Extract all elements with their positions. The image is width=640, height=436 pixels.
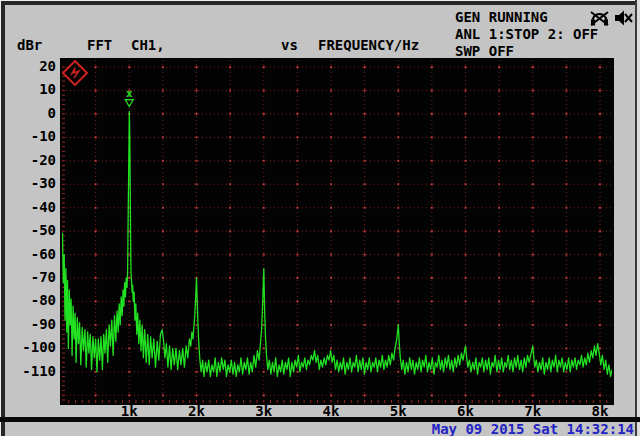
grid-intersection-dot — [296, 347, 298, 349]
grid-intersection-dot — [229, 277, 231, 279]
grid-intersection-dot — [229, 89, 231, 91]
grid-intersection-dot — [196, 230, 198, 232]
grid-intersection-dot — [397, 371, 399, 373]
grid-intersection-dot — [532, 277, 534, 279]
grid-intersection-dot — [498, 89, 500, 91]
grid-intersection-dot — [364, 300, 366, 302]
y-tick-label: 0 — [0, 105, 56, 121]
grid-intersection-dot — [330, 254, 332, 256]
grid-intersection-dot — [532, 230, 534, 232]
grid-intersection-dot — [532, 254, 534, 256]
function-label: FFT — [87, 38, 112, 53]
grid-intersection-dot — [296, 136, 298, 138]
grid-intersection-dot — [263, 207, 265, 209]
grid-intersection-dot — [229, 160, 231, 162]
grid-intersection-dot — [599, 66, 601, 68]
grid-intersection-dot — [263, 160, 265, 162]
grid-intersection-dot — [431, 254, 433, 256]
grid-intersection-dot — [162, 324, 164, 326]
headphones-muted-icon — [589, 8, 610, 28]
grid-intersection-dot — [498, 300, 500, 302]
grid-intersection-dot — [364, 277, 366, 279]
grid-intersection-dot — [263, 371, 265, 373]
grid-intersection-dot — [229, 324, 231, 326]
grid-intersection-dot — [162, 394, 164, 396]
grid-intersection-dot — [128, 254, 130, 256]
grid-intersection-dot — [128, 324, 130, 326]
grid-intersection-dot — [498, 207, 500, 209]
grid-intersection-dot — [229, 183, 231, 185]
grid-intersection-dot — [397, 230, 399, 232]
y-tick-label: 20 — [0, 58, 56, 74]
grid-intersection-dot — [498, 371, 500, 373]
grid-intersection-dot — [162, 230, 164, 232]
grid-intersection-dot — [465, 394, 467, 396]
spectrum-canvas: x — [62, 60, 612, 403]
grid-intersection-dot — [565, 371, 567, 373]
grid-intersection-dot — [95, 66, 97, 68]
grid-intersection-dot — [397, 89, 399, 91]
grid-intersection-dot — [599, 136, 601, 138]
grid-intersection-dot — [565, 66, 567, 68]
grid-intersection-dot — [431, 324, 433, 326]
grid-intersection-dot — [498, 254, 500, 256]
grid-intersection-dot — [162, 160, 164, 162]
grid-intersection-dot — [296, 254, 298, 256]
grid-intersection-dot — [397, 66, 399, 68]
grid-intersection-dot — [465, 183, 467, 185]
grid-intersection-dot — [229, 66, 231, 68]
grid-intersection-dot — [532, 89, 534, 91]
grid-intersection-dot — [330, 230, 332, 232]
grid-intersection-dot — [229, 230, 231, 232]
grid-intersection-dot — [196, 113, 198, 115]
cursor-glyph: x — [126, 87, 133, 100]
grid-intersection-dot — [498, 230, 500, 232]
grid-intersection-dot — [263, 113, 265, 115]
grid-intersection-dot — [397, 183, 399, 185]
grid-intersection-dot — [330, 89, 332, 91]
grid-intersection-dot — [498, 160, 500, 162]
grid-intersection-dot — [263, 230, 265, 232]
grid-intersection-dot — [296, 300, 298, 302]
grid-intersection-dot — [532, 160, 534, 162]
grid-intersection-dot — [162, 207, 164, 209]
grid-intersection-dot — [431, 230, 433, 232]
grid-intersection-dot — [95, 207, 97, 209]
grid-intersection-dot — [364, 394, 366, 396]
grid-intersection-dot — [330, 113, 332, 115]
grid-intersection-dot — [465, 207, 467, 209]
grid-intersection-dot — [532, 113, 534, 115]
grid-intersection-dot — [498, 136, 500, 138]
spectrum-plot-area: x — [60, 58, 614, 405]
grid-intersection-dot — [364, 254, 366, 256]
grid-intersection-dot — [95, 254, 97, 256]
grid-intersection-dot — [95, 394, 97, 396]
grid-intersection-dot — [330, 394, 332, 396]
grid-intersection-dot — [196, 207, 198, 209]
grid-intersection-dot — [229, 113, 231, 115]
grid-intersection-dot — [364, 347, 366, 349]
grid-intersection-dot — [465, 371, 467, 373]
grid-intersection-dot — [196, 394, 198, 396]
grid-intersection-dot — [397, 160, 399, 162]
grid-intersection-dot — [565, 89, 567, 91]
grid-intersection-dot — [263, 347, 265, 349]
grid-intersection-dot — [95, 136, 97, 138]
grid-intersection-dot — [565, 183, 567, 185]
grid-intersection-dot — [196, 89, 198, 91]
grid-intersection-dot — [465, 324, 467, 326]
y-tick-label: -110 — [0, 363, 56, 379]
grid-intersection-dot — [330, 183, 332, 185]
grid-intersection-dot — [330, 207, 332, 209]
sweep-status: SWP OFF — [455, 43, 514, 59]
grid-intersection-dot — [296, 371, 298, 373]
grid-intersection-dot — [397, 254, 399, 256]
grid-intersection-dot — [162, 136, 164, 138]
fft-trace — [62, 112, 612, 377]
grid-intersection-dot — [330, 277, 332, 279]
analyzer-status: ANL 1:STOP 2: OFF — [455, 26, 598, 42]
grid-intersection-dot — [196, 347, 198, 349]
grid-intersection-dot — [196, 254, 198, 256]
audio-monitor-icons — [589, 8, 635, 28]
generator-status: GEN RUNNING — [455, 9, 548, 25]
